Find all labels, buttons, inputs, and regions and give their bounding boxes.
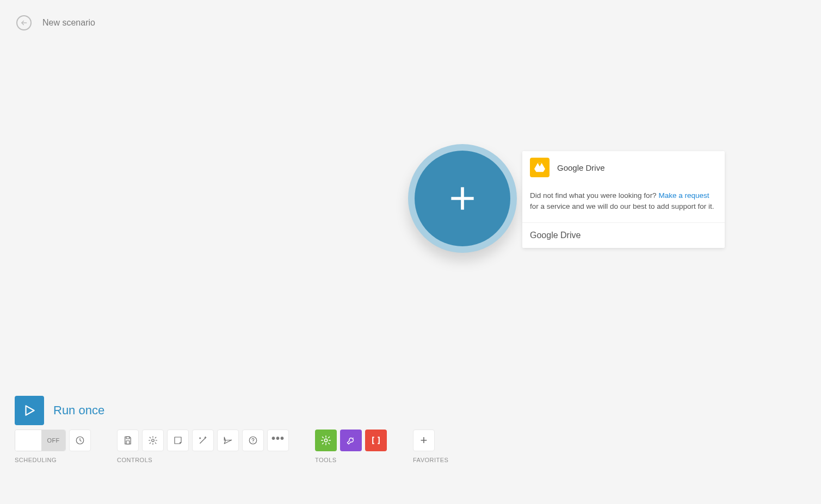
header: New scenario (16, 15, 95, 30)
service-result-google-drive[interactable]: Google Drive (522, 151, 725, 184)
group-label-favorites: FAVORITES (413, 457, 448, 463)
google-drive-icon (530, 158, 550, 177)
drive-triangle-icon (534, 162, 546, 173)
help-icon (248, 435, 258, 445)
tool-text-parser-button[interactable] (365, 430, 387, 451)
gear-white-icon (320, 435, 331, 446)
add-module-node-halo (408, 144, 517, 253)
note-icon (173, 435, 183, 445)
svg-point-9 (152, 439, 155, 442)
back-button[interactable] (16, 15, 32, 30)
group-tools: TOOLS (315, 430, 387, 463)
brackets-icon (371, 435, 381, 446)
explain-flow-button[interactable] (217, 430, 239, 451)
group-controls: ••• CONTROLS (117, 430, 289, 463)
run-once-wrap: Run once (15, 396, 104, 425)
add-favorite-button[interactable]: + (413, 430, 435, 451)
plus-icon (446, 182, 479, 215)
service-search-row (522, 223, 725, 248)
tool-tools-button[interactable] (340, 430, 362, 451)
more-button[interactable]: ••• (267, 430, 289, 451)
group-label-controls: CONTROLS (117, 457, 289, 463)
svg-point-17 (324, 439, 327, 441)
run-once-button[interactable] (15, 396, 44, 425)
settings-button[interactable] (142, 430, 164, 451)
group-favorites: + FAVORITES (413, 430, 448, 463)
group-label-scheduling: SCHEDULING (15, 457, 91, 463)
play-icon (22, 403, 36, 418)
request-prefix-text: Did not find what you were looking for? (530, 191, 658, 200)
service-suggestion-panel: Google Drive Did not find what you were … (522, 151, 725, 248)
group-scheduling: OFF SCHEDULING (15, 430, 91, 463)
add-module-button[interactable] (415, 151, 510, 246)
make-request-link[interactable]: Make a request (658, 191, 709, 200)
arrow-left-icon (20, 19, 28, 27)
request-suffix-text: for a service and we will do our best to… (530, 202, 714, 210)
run-once-label: Run once (53, 403, 104, 418)
magic-wand-icon (198, 435, 208, 445)
svg-rect-8 (126, 441, 129, 444)
service-search-input[interactable] (530, 231, 717, 240)
schedule-settings-button[interactable] (69, 430, 91, 451)
service-name-label: Google Drive (557, 163, 605, 172)
wrench-icon (345, 435, 356, 446)
svg-point-18 (353, 438, 354, 439)
gear-icon (148, 435, 158, 445)
svg-rect-7 (126, 437, 129, 439)
help-button[interactable] (242, 430, 264, 451)
toggle-state-label: OFF (41, 430, 65, 451)
make-request-hint: Did not find what you were looking for? … (522, 184, 725, 223)
page-title[interactable]: New scenario (42, 18, 95, 28)
toggle-knob (15, 430, 41, 451)
svg-point-16 (252, 442, 253, 443)
notes-button[interactable] (167, 430, 189, 451)
group-label-tools: TOOLS (315, 457, 387, 463)
tool-flow-control-button[interactable] (315, 430, 337, 451)
save-button[interactable] (117, 430, 139, 451)
auto-align-button[interactable] (192, 430, 214, 451)
bottom-toolbar: OFF SCHEDULING (15, 430, 448, 463)
scenario-canvas[interactable]: New scenario Google Drive Did not find w… (0, 0, 821, 504)
svg-line-10 (200, 438, 205, 443)
airplane-icon (223, 435, 233, 445)
scheduling-toggle[interactable]: OFF (15, 430, 66, 451)
svg-marker-5 (26, 406, 34, 415)
clock-icon (75, 435, 85, 445)
save-icon (123, 435, 133, 445)
